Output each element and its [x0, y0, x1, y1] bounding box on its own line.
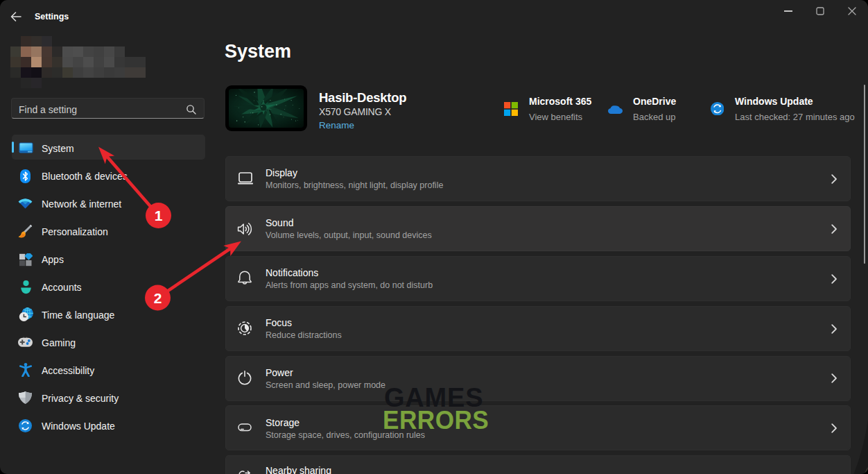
svg-text:1: 1: [155, 208, 163, 223]
svg-text:2: 2: [154, 290, 162, 306]
